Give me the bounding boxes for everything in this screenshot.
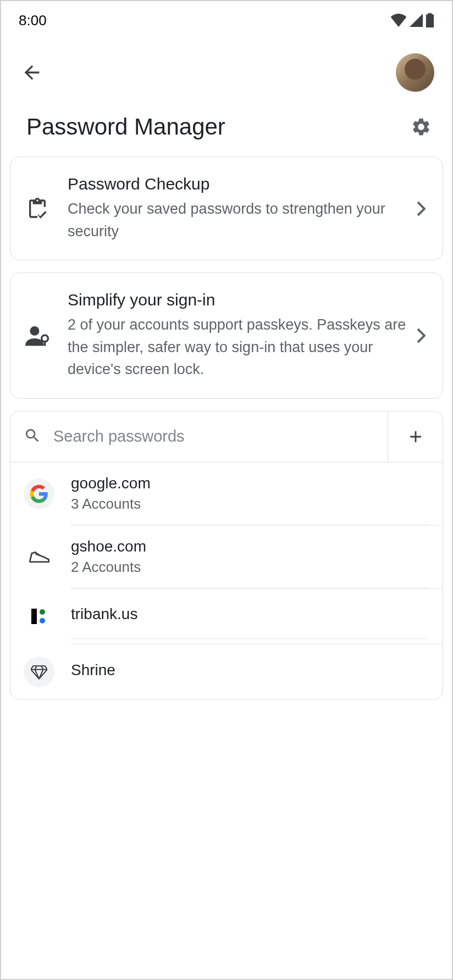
back-button[interactable] bbox=[19, 59, 45, 86]
status-icons bbox=[390, 13, 434, 27]
svg-point-3 bbox=[40, 609, 45, 615]
password-checkup-desc: Check your saved passwords to strengthen… bbox=[68, 198, 413, 242]
search-input[interactable] bbox=[53, 427, 374, 446]
svg-point-0 bbox=[30, 326, 39, 336]
password-site: google.com bbox=[71, 475, 429, 492]
title-row: Password Manager bbox=[1, 103, 452, 157]
passkeys-title: Simplify your sign-in bbox=[68, 291, 413, 309]
password-site: tribank.us bbox=[71, 605, 429, 623]
gear-icon bbox=[411, 116, 432, 137]
tribank-icon bbox=[24, 601, 54, 632]
password-checkup-title: Password Checkup bbox=[68, 175, 413, 193]
password-list: google.com 3 Accounts gshoe.com 2 Accoun… bbox=[10, 411, 443, 700]
svg-rect-2 bbox=[31, 609, 37, 624]
password-count: 3 Accounts bbox=[71, 495, 429, 513]
search-icon bbox=[24, 427, 41, 447]
password-entry-shrine[interactable]: Shrine bbox=[10, 644, 443, 699]
password-content: Shrine bbox=[71, 661, 429, 694]
clipboard-check-icon bbox=[24, 197, 51, 221]
password-content: gshoe.com 2 Accounts bbox=[71, 538, 429, 588]
plus-icon bbox=[406, 427, 425, 446]
svg-point-4 bbox=[40, 618, 45, 623]
password-site: Shrine bbox=[71, 661, 429, 679]
shoe-icon bbox=[24, 542, 54, 572]
avatar[interactable] bbox=[396, 53, 434, 92]
password-content: google.com 3 Accounts bbox=[71, 475, 429, 525]
chevron-right-icon bbox=[413, 201, 429, 216]
password-entry-tribank[interactable]: tribank.us bbox=[10, 589, 443, 644]
back-arrow-icon bbox=[21, 62, 43, 83]
battery-icon bbox=[426, 13, 434, 27]
wifi-icon bbox=[390, 14, 407, 27]
password-site: gshoe.com bbox=[71, 538, 429, 555]
password-entry-google[interactable]: google.com 3 Accounts bbox=[10, 463, 443, 525]
passkeys-card[interactable]: Simplify your sign-in 2 of your accounts… bbox=[10, 272, 443, 399]
google-icon bbox=[24, 478, 54, 509]
password-entry-gshoe[interactable]: gshoe.com 2 Accounts bbox=[10, 526, 443, 588]
passkeys-desc: 2 of your accounts support passkeys. Pas… bbox=[68, 314, 413, 381]
header-bar bbox=[1, 34, 452, 103]
password-count: 2 Accounts bbox=[71, 559, 429, 576]
page-title: Password Manager bbox=[26, 114, 225, 140]
status-time: 8:00 bbox=[19, 12, 47, 29]
cellular-icon bbox=[409, 14, 423, 27]
search-box[interactable] bbox=[10, 411, 388, 462]
person-key-icon bbox=[24, 325, 51, 346]
card-content: Password Checkup Check your saved passwo… bbox=[68, 175, 413, 242]
settings-button[interactable] bbox=[408, 114, 434, 140]
password-checkup-card[interactable]: Password Checkup Check your saved passwo… bbox=[10, 157, 443, 260]
search-row bbox=[10, 411, 443, 463]
diamond-icon bbox=[24, 656, 54, 687]
card-content: Simplify your sign-in 2 of your accounts… bbox=[68, 291, 413, 381]
add-password-button[interactable] bbox=[388, 411, 443, 462]
svg-point-1 bbox=[42, 335, 48, 342]
password-content: tribank.us bbox=[71, 605, 429, 639]
status-bar: 8:00 bbox=[1, 1, 452, 34]
chevron-right-icon bbox=[413, 328, 429, 343]
